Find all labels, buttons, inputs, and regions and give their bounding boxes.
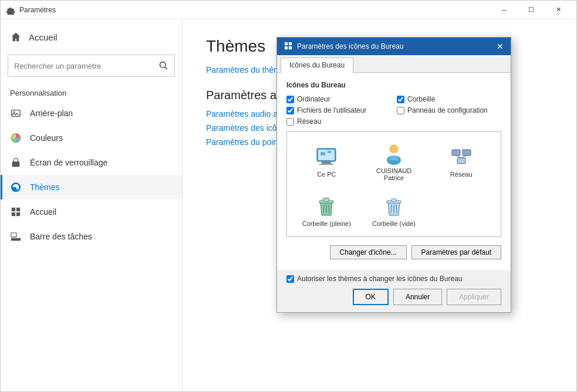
apply-button[interactable]: Appliquer [447,289,501,305]
checkbox-reseau-input[interactable] [286,118,294,126]
checkbox-reseau-label: Réseau [297,117,321,126]
dialog-bottom: Autoriser les thèmes à changer les icône… [277,270,511,312]
authorize-themes-checkbox[interactable]: Autoriser les thèmes à changer les icône… [286,275,501,283]
dialog-title-text: Paramètres des icônes du Bureau [284,42,403,52]
image-icon [10,107,22,119]
sidebar-item-barre-taches[interactable]: Barre des tâches [1,224,182,249]
icon-grid: Ce PC [286,131,501,237]
minimize-button[interactable]: ─ [491,1,518,19]
dialog-section-title: Icônes du Bureau [286,81,501,89]
svg-rect-16 [319,164,333,165]
svg-rect-9 [11,233,16,237]
checkbox-fichiers-input[interactable] [286,107,294,114]
home-label: Accueil [29,32,57,42]
ce-pc-label: Ce PC [317,171,336,178]
checkbox-panneau-label: Panneau de configuration [407,106,488,114]
sidebar-item-themes[interactable]: Thèmes [1,175,182,200]
svg-rect-29 [324,199,329,201]
ok-button[interactable]: OK [353,289,389,305]
checkbox-corbeille[interactable]: Corbeille [397,95,501,103]
settings-window: Paramètres ─ ☐ ✕ Accueil [0,0,577,392]
reseau-icon [450,145,473,168]
checkbox-fichiers-label: Fichiers de l'utilisateur [297,106,366,114]
authorize-checkbox-label: Autoriser les thèmes à changer les icône… [297,275,463,283]
dialog-tab-desktop-icons[interactable]: Icônes du Bureau [281,58,353,73]
sidebar-item-label: Écran de verrouillage [30,158,107,167]
svg-rect-3 [12,161,20,167]
sidebar-item-arriere-plan[interactable]: Arrière-plan [1,101,182,126]
dialog-tabs: Icônes du Bureau [277,55,511,73]
sidebar-item-couleurs[interactable]: Couleurs [1,126,182,150]
checkbox-fichiers-utilisateur[interactable]: Fichiers de l'utilisateur [286,106,391,114]
desktop-icons-dialog: Paramètres des icônes du Bureau ✕ Icônes… [276,37,511,313]
authorize-checkbox-input[interactable] [286,275,294,283]
maximize-button[interactable]: ☐ [518,1,545,19]
checkbox-ordinateur[interactable]: Ordinateur [286,95,391,103]
svg-rect-13 [289,46,292,49]
svg-rect-4 [12,208,15,211]
default-settings-button[interactable]: Paramètres par défaut [411,245,501,259]
svg-rect-23 [452,150,460,156]
svg-rect-8 [11,238,21,241]
search-box [8,55,175,77]
corbeille-vide-icon [382,194,406,218]
search-input[interactable] [8,57,153,75]
corbeille-vide-label: Corbeille (vide) [372,220,416,227]
ce-pc-icon [315,145,338,168]
checkbox-reseau[interactable]: Réseau [286,117,391,126]
title-bar: Paramètres ─ ☐ ✕ [1,1,576,19]
lock-icon [10,157,22,168]
checkbox-ordinateur-label: Ordinateur [297,95,330,103]
sidebar-item-label: Arrière-plan [30,109,73,118]
sidebar-item-label: Thèmes [30,183,60,192]
svg-line-27 [461,156,467,158]
svg-rect-12 [285,46,288,49]
icon-item-reseau[interactable]: Réseau [427,141,495,181]
dialog-bottom-buttons: OK Annuler Appliquer [286,289,501,305]
dialog-close-button[interactable]: ✕ [494,40,506,52]
cuisinaud-label: CUISINAUD Patrice [376,167,412,181]
svg-rect-18 [320,152,325,156]
icon-item-ce-pc[interactable]: Ce PC [293,141,360,181]
sidebar-item-label: Couleurs [30,133,63,143]
main-content: Accueil Personnalisation [1,19,576,391]
checkbox-panneau-config[interactable]: Panneau de configuration [397,106,501,114]
change-icon-button[interactable]: Changer d'icône... [330,245,407,259]
sidebar: Accueil Personnalisation [1,19,183,391]
dialog-title-bar: Paramètres des icônes du Bureau ✕ [277,38,511,55]
cuisinaud-icon [382,141,406,165]
checkbox-grid: Ordinateur Corbeille Fichiers de l'utili… [286,95,501,126]
sidebar-item-label: Barre des tâches [30,232,92,241]
dialog-footer-buttons: Changer d'icône... Paramètres par défaut [286,243,501,262]
svg-rect-34 [392,199,396,201]
svg-rect-25 [457,158,465,164]
svg-rect-6 [12,212,15,216]
checkbox-panneau-input[interactable] [397,107,404,114]
close-button[interactable]: ✕ [545,1,572,19]
reseau-label: Réseau [450,171,473,178]
checkbox-corbeille-input[interactable] [397,96,404,103]
home-icon [10,31,22,43]
title-bar-left: Paramètres [5,5,56,15]
svg-rect-11 [289,42,292,45]
icon-item-corbeille-pleine[interactable]: Corbeille (pleine) [293,191,360,231]
cancel-button[interactable]: Annuler [393,289,442,305]
svg-rect-10 [285,42,288,45]
theme-icon [10,181,22,193]
corbeille-pleine-label: Corbeille (pleine) [302,220,351,227]
sidebar-item-accueil[interactable]: Accueil [1,200,182,224]
dialog-title-icon [284,42,292,52]
sidebar-section-title: Personnalisation [1,82,182,101]
sidebar-home[interactable]: Accueil [1,24,182,50]
icon-item-cuisinaud[interactable]: CUISINAUD Patrice [360,138,428,185]
window-title: Paramètres [19,6,56,14]
svg-rect-24 [463,150,471,156]
search-icon[interactable] [153,55,174,76]
svg-rect-15 [322,161,331,164]
taskbar-icon [10,231,22,242]
icon-item-corbeille-vide[interactable]: Corbeille (vide) [360,191,428,231]
color-circle-icon [10,132,22,144]
checkbox-ordinateur-input[interactable] [286,96,294,103]
start-icon [10,206,22,218]
sidebar-item-ecran-verrouillage[interactable]: Écran de verrouillage [1,150,182,175]
